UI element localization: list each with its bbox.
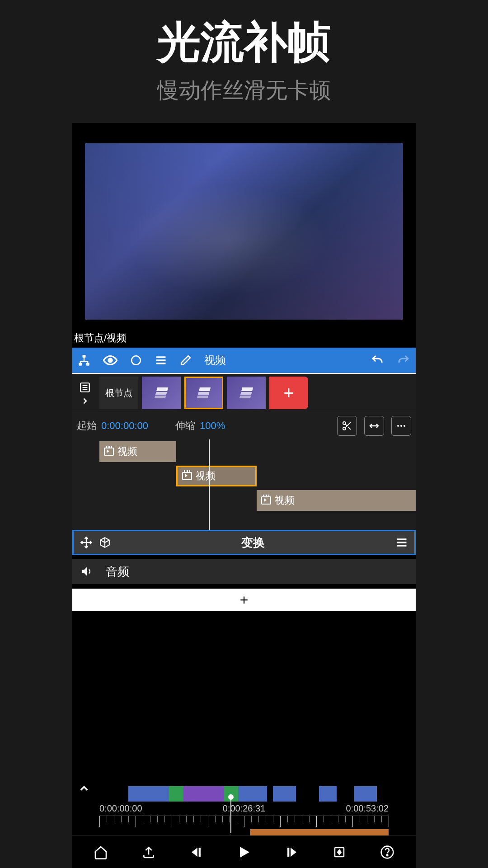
track-clip-label: 视频 (117, 445, 137, 458)
circle-icon[interactable] (130, 354, 142, 366)
step-forward-button[interactable] (281, 841, 303, 863)
timeline-segment[interactable] (354, 786, 377, 802)
expand-button[interactable] (364, 416, 384, 436)
timeline-segment[interactable] (273, 786, 296, 802)
track-clip-2[interactable]: 视频 (176, 466, 257, 486)
svg-point-13 (343, 427, 346, 430)
speaker-icon[interactable] (80, 565, 93, 578)
move-icon[interactable] (80, 536, 93, 549)
hierarchy-icon[interactable] (78, 354, 90, 367)
cut-button[interactable] (337, 416, 357, 436)
time-start: 0:00:00:00 (99, 803, 142, 814)
add-clip-button[interactable]: + (269, 377, 308, 409)
svg-rect-2 (86, 363, 89, 366)
step-back-button[interactable] (185, 841, 207, 863)
clip-thumbnail-1[interactable] (142, 377, 181, 409)
play-button[interactable] (233, 841, 255, 863)
scale-value[interactable]: 100% (200, 420, 225, 432)
timeline-range[interactable] (250, 829, 389, 835)
timeline-ruler[interactable] (99, 816, 389, 835)
svg-marker-27 (192, 848, 197, 857)
start-label: 起始 (77, 419, 97, 433)
more-button[interactable] (391, 416, 411, 436)
main-toolbar: 视频 (72, 348, 416, 373)
breadcrumb: 根节点/视频 (72, 329, 416, 348)
menu-icon[interactable] (395, 536, 408, 549)
svg-line-15 (348, 427, 351, 429)
home-button[interactable] (89, 841, 112, 863)
timeline-area[interactable]: 0:00:00:00 0:00:26:31 0:00:53:02 (72, 611, 416, 835)
clips-row: 根节点 + (72, 373, 416, 412)
transform-bar[interactable]: 变换 (72, 530, 416, 555)
svg-marker-29 (240, 847, 249, 858)
add-track-button[interactable]: + (72, 589, 416, 611)
timeline-playhead[interactable] (230, 797, 231, 833)
video-preview[interactable] (85, 143, 403, 320)
svg-point-18 (397, 425, 399, 427)
timeline-segment[interactable] (319, 786, 336, 802)
export-button[interactable] (137, 841, 160, 863)
root-node-button[interactable]: 根节点 (99, 377, 138, 409)
transform-label: 变换 (241, 535, 265, 551)
timeline-segment[interactable] (183, 786, 224, 802)
film-icon (104, 448, 114, 456)
start-value[interactable]: 0:00:00:00 (101, 420, 148, 432)
undo-icon[interactable] (371, 354, 384, 367)
list-icon[interactable] (79, 382, 91, 393)
cube-icon[interactable] (99, 537, 111, 548)
toolbar-edit-label: 视频 (204, 353, 226, 368)
keyframe-button[interactable] (328, 841, 351, 863)
redo-icon (397, 354, 410, 367)
svg-point-3 (108, 359, 112, 362)
track-clip-label: 视频 (275, 494, 295, 507)
svg-point-20 (404, 425, 405, 427)
playhead[interactable] (209, 439, 210, 530)
layers-icon (239, 387, 253, 398)
film-icon (182, 472, 192, 480)
timeline-segment[interactable] (128, 786, 169, 802)
scale-label: 伸缩 (175, 419, 195, 433)
layers-icon (155, 387, 168, 398)
svg-rect-1 (79, 363, 82, 366)
timeline-segment[interactable] (169, 786, 183, 802)
layers-icon (197, 387, 211, 398)
chevron-up-icon[interactable] (78, 782, 90, 795)
time-info-bar: 起始 0:00:00:00 伸缩 100% (72, 412, 416, 439)
film-icon (261, 496, 271, 505)
track-clip-label: 视频 (196, 469, 216, 483)
bottom-nav (72, 835, 416, 868)
audio-label: 音频 (106, 564, 129, 580)
svg-line-16 (345, 424, 347, 426)
track-clip-3[interactable]: 视频 (257, 490, 416, 511)
clip-thumbnail-3[interactable] (227, 377, 266, 409)
time-end: 0:00:53:02 (346, 803, 389, 814)
chevron-right-icon[interactable] (80, 396, 90, 406)
timeline-segments (99, 786, 389, 802)
svg-point-4 (131, 356, 141, 365)
svg-rect-0 (83, 355, 86, 358)
audio-bar[interactable]: 音频 (72, 559, 416, 584)
timeline-times: 0:00:00:00 0:00:26:31 0:00:53:02 (72, 802, 416, 814)
timeline-segment[interactable] (238, 786, 267, 802)
menu-icon[interactable] (155, 354, 167, 367)
svg-rect-28 (199, 848, 201, 857)
clip-thumbnail-2[interactable] (184, 377, 223, 409)
svg-rect-30 (287, 848, 289, 857)
svg-marker-33 (338, 850, 342, 854)
svg-point-35 (387, 854, 388, 856)
svg-marker-31 (291, 848, 296, 857)
eye-icon[interactable] (103, 353, 117, 368)
help-button[interactable] (376, 841, 399, 863)
svg-point-19 (400, 425, 402, 427)
app-frame: 根节点/视频 视频 (72, 123, 416, 868)
pencil-icon[interactable] (180, 354, 192, 366)
page-title: 光流补帧 (0, 14, 488, 72)
time-mid: 0:00:26:31 (223, 803, 266, 814)
tracks-area[interactable]: 视频 视频 视频 (72, 439, 416, 530)
page-subtitle: 慢动作丝滑无卡顿 (0, 76, 488, 105)
svg-point-12 (343, 422, 346, 425)
track-clip-1[interactable]: 视频 (99, 441, 176, 462)
